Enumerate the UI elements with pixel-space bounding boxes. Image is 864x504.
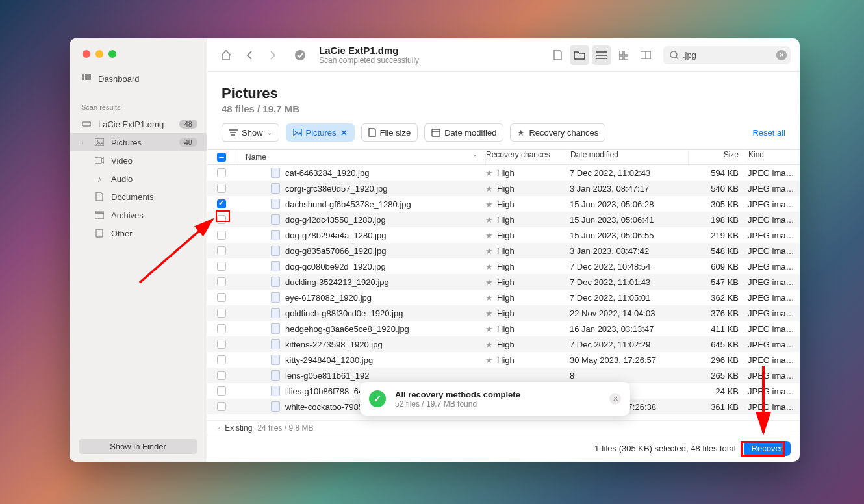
table-row[interactable]: dog-g42dc43550_1280.jpg ★High 15 Jun 202… [207, 212, 800, 227]
svg-point-29 [294, 131, 296, 132]
table-row[interactable]: kitty-2948404_1280.jpg ★High 30 May 2023… [207, 352, 800, 368]
kind-cell: JPEG ima… [748, 199, 800, 209]
file-name-cell: lens-g05e811b61_192 [236, 370, 485, 381]
sidebar-item-archives[interactable]: Archives [70, 206, 207, 224]
column-name[interactable]: Name ⌃ [236, 150, 485, 164]
table-row[interactable]: dog-g78b294a4a_1280.jpg ★High 15 Jun 202… [207, 227, 800, 243]
section-subtitle: 48 files / 19,7 MB [222, 103, 785, 114]
svg-rect-17 [619, 51, 623, 55]
select-all-checkbox[interactable] [207, 153, 236, 162]
table-row[interactable]: corgi-gfc38e0d57_1920.jpg ★High 3 Jan 20… [207, 181, 800, 196]
row-checkbox[interactable] [207, 277, 236, 286]
row-checkbox[interactable] [207, 355, 236, 364]
size-cell: 609 KB [688, 262, 748, 271]
view-columns-button[interactable] [636, 45, 655, 65]
kind-cell: JPEG ima… [748, 215, 800, 225]
scan-status-icon [290, 45, 310, 65]
row-checkbox[interactable] [207, 386, 236, 396]
table-row[interactable]: cat-6463284_1920.jpg ★High 7 Dec 2022, 1… [207, 165, 800, 181]
scan-status-text: Scan completed successfully [319, 56, 419, 65]
row-checkbox[interactable] [207, 340, 236, 349]
column-kind[interactable]: Kind [748, 150, 800, 164]
existing-label: Existing [225, 423, 252, 433]
table-row[interactable]: hedgehog-g3aa6e5ce8_1920.jpg ★High 16 Ja… [207, 321, 800, 336]
filter-recovery-chances[interactable]: ★ Recovery chances [510, 123, 605, 142]
existing-group-row[interactable]: › Existing 24 files / 9,8 MB [207, 420, 800, 435]
table-row[interactable]: dog-gc080be92d_1920.jpg ★High 7 Dec 2022… [207, 258, 800, 274]
view-grid-button[interactable] [614, 45, 633, 65]
home-button[interactable] [216, 45, 236, 65]
show-in-finder-button[interactable]: Show in Finder [79, 439, 197, 454]
search-clear-button[interactable]: ✕ [776, 50, 787, 60]
reset-all-button[interactable]: Reset all [752, 128, 785, 138]
column-date[interactable]: Date modified [570, 150, 688, 164]
table-row[interactable]: duckling-3524213_1920.jpg ★High 7 Dec 20… [207, 274, 800, 290]
size-cell: 547 KB [688, 277, 748, 287]
size-cell: 24 KB [688, 386, 748, 396]
jpeg-file-icon [271, 168, 280, 178]
file-name: lilies-g10b86f788_640 [285, 386, 368, 396]
sidebar-item-audio[interactable]: ♪ Audio [70, 170, 207, 188]
row-checkbox[interactable] [207, 215, 236, 224]
row-checkbox[interactable] [207, 231, 236, 240]
row-checkbox[interactable] [207, 293, 236, 302]
view-folder-button[interactable] [570, 45, 589, 65]
toast-close-button[interactable]: ✕ [609, 393, 621, 405]
row-checkbox[interactable] [207, 371, 236, 380]
sidebar-item-documents[interactable]: Documents [70, 188, 207, 206]
column-chances[interactable]: Recovery chances [485, 150, 570, 164]
table-row[interactable]: eye-6178082_1920.jpg ★High 7 Dec 2022, 1… [207, 290, 800, 305]
view-list-button[interactable] [592, 45, 611, 65]
pictures-label: Pictures [111, 138, 173, 147]
back-button[interactable] [240, 45, 259, 65]
maximize-window-button[interactable] [108, 50, 116, 58]
view-document-button[interactable] [548, 45, 567, 65]
filter-date-modified[interactable]: Date modified [424, 123, 503, 142]
star-icon: ★ [485, 168, 493, 178]
star-icon: ★ [485, 355, 493, 365]
filter-pictures-chip[interactable]: Pictures ✕ [286, 123, 355, 142]
table-row[interactable]: dog-g835a57066_1920.jpg ★High 3 Jan 2023… [207, 243, 800, 258]
sidebar-item-other[interactable]: Other [70, 224, 207, 242]
status-bar: 1 files (305 KB) selected, 48 files tota… [207, 435, 800, 462]
recovery-chance-cell: ★High [485, 231, 570, 240]
row-checkbox[interactable] [207, 199, 236, 208]
forward-button[interactable] [263, 45, 283, 65]
kind-cell: JPEG ima… [748, 168, 800, 178]
table-header: Name ⌃ Recovery chances Date modified Si… [207, 149, 800, 165]
calendar-icon [431, 128, 440, 137]
audio-icon: ♪ [94, 173, 105, 184]
row-checkbox[interactable] [207, 262, 236, 271]
recovery-chance-cell: ★High [485, 168, 570, 178]
sidebar-item-disk[interactable]: LaCie ExtP1.dmg 48 [70, 115, 207, 133]
sidebar-item-video[interactable]: Video [70, 151, 207, 170]
close-window-button[interactable] [83, 50, 90, 58]
table-row[interactable]: goldfinch-g88f30cd0e_1920.jpg ★High 22 N… [207, 305, 800, 321]
row-checkbox[interactable] [207, 184, 236, 193]
size-cell: 548 KB [688, 246, 748, 256]
sidebar-item-dashboard[interactable]: Dashboard [70, 69, 207, 88]
row-checkbox[interactable] [207, 324, 236, 333]
row-checkbox[interactable] [207, 246, 236, 255]
table-row[interactable]: dachshund-gf6b45378e_1280.jpg ★High 15 J… [207, 196, 800, 212]
row-checkbox[interactable] [207, 309, 236, 318]
search-input[interactable]: .jpg ✕ [663, 46, 791, 64]
kind-cell: JPEG ima… [748, 355, 800, 365]
kind-cell: JPEG ima… [748, 293, 800, 303]
sidebar-item-pictures[interactable]: › Pictures 48 [70, 133, 207, 151]
show-dropdown[interactable]: Show ⌄ [222, 123, 279, 142]
table-row[interactable]: kittens-2273598_1920.jpg ★High 7 Dec 202… [207, 336, 800, 352]
remove-chip-icon[interactable]: ✕ [340, 128, 348, 138]
recover-button[interactable]: Recover [744, 441, 791, 456]
column-size[interactable]: Size [688, 150, 748, 164]
selection-summary: 1 files (305 KB) selected, 48 files tota… [594, 444, 736, 453]
minimize-window-button[interactable] [95, 50, 103, 58]
row-checkbox[interactable] [207, 168, 236, 177]
filter-file-size[interactable]: File size [361, 123, 418, 142]
table-row[interactable]: lens-g05e811b61_192 8 265 KB JPEG ima… [207, 368, 800, 383]
date-modified-cell: 3 Jan 2023, 08:47:17 [570, 184, 688, 194]
size-cell: 361 KB [688, 402, 748, 412]
row-checkbox[interactable] [207, 402, 236, 411]
size-cell: 219 KB [688, 231, 748, 240]
date-modified-cell: 30 May 2023, 17:26:57 [570, 355, 688, 365]
